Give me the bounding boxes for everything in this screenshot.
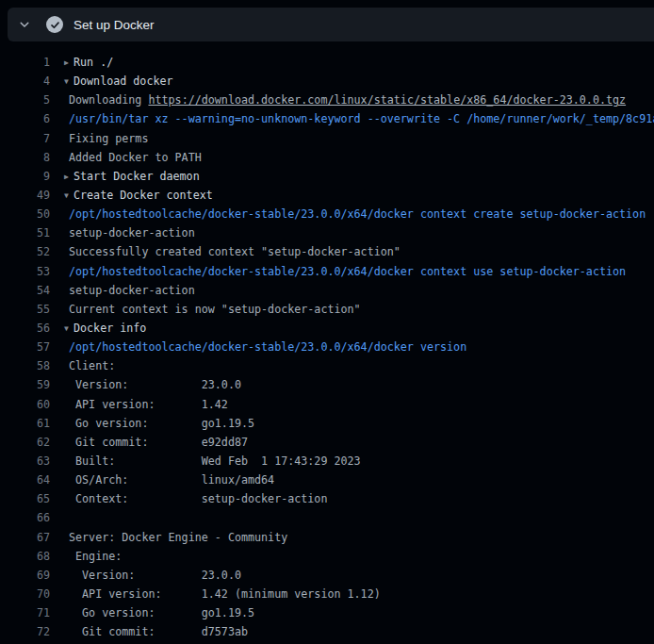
chevron-collapsed-icon[interactable]: ▶ bbox=[64, 168, 74, 186]
line-number[interactable]: 65 bbox=[0, 489, 50, 508]
line-content: Git commit: d7573ab bbox=[69, 622, 248, 641]
line-number[interactable]: 53 bbox=[0, 262, 50, 281]
line-content: Current context is now "setup-docker-act… bbox=[69, 300, 361, 319]
log-row: 53/opt/hostedtoolcache/docker-stable/23.… bbox=[0, 262, 654, 281]
line-number[interactable]: 69 bbox=[0, 566, 50, 585]
line-number[interactable]: 4 bbox=[0, 72, 50, 91]
log-text: Context: setup-docker-action bbox=[69, 492, 327, 505]
log-text: Current context is now "setup-docker-act… bbox=[69, 303, 361, 316]
log-text: Added Docker to PATH bbox=[69, 151, 202, 164]
line-content: Downloading https://download.docker.com/… bbox=[69, 91, 626, 109]
line-number[interactable]: 71 bbox=[0, 603, 50, 622]
log-row: 69 Version: 23.0.0 bbox=[0, 566, 654, 585]
log-row: 64 OS/Arch: linux/amd64 bbox=[0, 471, 654, 489]
group-title: Docker info bbox=[74, 322, 146, 335]
chevron-expanded-icon[interactable]: ▼ bbox=[64, 320, 74, 338]
log-group-row[interactable]: 4▼Download docker bbox=[0, 72, 654, 91]
log-row: 7Fixing perms bbox=[0, 129, 654, 148]
line-number[interactable]: 63 bbox=[0, 452, 50, 471]
chevron-down-icon[interactable] bbox=[17, 17, 32, 32]
line-number[interactable]: 52 bbox=[0, 242, 50, 261]
line-content: ▼Create Docker context bbox=[64, 186, 213, 205]
log-row: 52Successfully created context "setup-do… bbox=[0, 242, 654, 261]
line-content: Fixing perms bbox=[69, 129, 148, 148]
line-number[interactable]: 57 bbox=[0, 338, 50, 356]
log-viewer: 1▶Run ./4▼Download docker5Downloading ht… bbox=[0, 41, 654, 641]
line-content: Built: Wed Feb 1 17:43:29 2023 bbox=[69, 452, 361, 471]
log-text: Server: Docker Engine - Community bbox=[69, 531, 287, 544]
group-title: Download docker bbox=[74, 74, 173, 88]
log-text: Version: 23.0.0 bbox=[69, 569, 241, 582]
command-text: /opt/hostedtoolcache/docker-stable/23.0.… bbox=[69, 265, 626, 278]
step-header[interactable]: Set up Docker bbox=[8, 8, 654, 41]
line-number[interactable]: 54 bbox=[0, 281, 50, 300]
line-number[interactable]: 51 bbox=[0, 223, 50, 242]
line-content: Git commit: e92dd87 bbox=[69, 433, 248, 452]
command-text: /opt/hostedtoolcache/docker-stable/23.0.… bbox=[69, 340, 466, 354]
line-number[interactable]: 61 bbox=[0, 414, 50, 433]
line-number[interactable]: 70 bbox=[0, 585, 50, 603]
chevron-collapsed-icon[interactable]: ▶ bbox=[64, 54, 74, 72]
line-number[interactable]: 49 bbox=[0, 186, 50, 205]
log-row: 50/opt/hostedtoolcache/docker-stable/23.… bbox=[0, 205, 654, 223]
line-content: Server: Docker Engine - Community bbox=[69, 528, 287, 547]
line-content: Context: setup-docker-action bbox=[69, 489, 327, 508]
line-content: OS/Arch: linux/amd64 bbox=[69, 471, 274, 489]
line-number[interactable]: 8 bbox=[0, 148, 50, 167]
log-text: Client: bbox=[69, 359, 115, 372]
line-content: Go version: go1.19.5 bbox=[69, 603, 254, 622]
line-number[interactable]: 55 bbox=[0, 300, 50, 319]
chevron-expanded-icon[interactable]: ▼ bbox=[64, 187, 74, 205]
check-circle-icon bbox=[46, 16, 63, 33]
line-number[interactable]: 68 bbox=[0, 547, 50, 566]
log-row: 62 Git commit: e92dd87 bbox=[0, 433, 654, 452]
command-text: /usr/bin/tar xz --warning=no-unknown-key… bbox=[69, 112, 654, 125]
log-text: Git commit: e92dd87 bbox=[69, 436, 248, 449]
line-content: /opt/hostedtoolcache/docker-stable/23.0.… bbox=[69, 338, 466, 356]
line-content: Engine: bbox=[69, 547, 122, 566]
log-text: Version: 23.0.0 bbox=[69, 378, 241, 391]
line-number[interactable]: 59 bbox=[0, 375, 50, 394]
line-content: ▼Docker info bbox=[64, 319, 146, 338]
line-number[interactable]: 5 bbox=[0, 91, 50, 109]
command-text: /opt/hostedtoolcache/docker-stable/23.0.… bbox=[69, 207, 646, 221]
line-number[interactable]: 64 bbox=[0, 471, 50, 489]
log-text: API version: 1.42 bbox=[69, 398, 228, 411]
log-text: setup-docker-action bbox=[69, 284, 195, 297]
line-number[interactable]: 1 bbox=[0, 53, 50, 72]
line-number[interactable]: 6 bbox=[0, 109, 50, 128]
line-number[interactable]: 62 bbox=[0, 433, 50, 452]
line-number[interactable]: 66 bbox=[0, 508, 50, 527]
log-row: 63 Built: Wed Feb 1 17:43:29 2023 bbox=[0, 452, 654, 471]
log-group-row[interactable]: 1▶Run ./ bbox=[0, 53, 654, 72]
line-content: Version: 23.0.0 bbox=[69, 566, 241, 585]
log-group-row[interactable]: 49▼Create Docker context bbox=[0, 186, 654, 205]
line-number[interactable]: 60 bbox=[0, 395, 50, 414]
line-content: /usr/bin/tar xz --warning=no-unknown-key… bbox=[69, 109, 654, 128]
line-number[interactable]: 67 bbox=[0, 528, 50, 547]
line-number[interactable]: 56 bbox=[0, 319, 50, 338]
log-text: API version: 1.42 (minimum version 1.12) bbox=[69, 587, 381, 601]
log-text: Fixing perms bbox=[69, 132, 148, 145]
log-row: 67Server: Docker Engine - Community bbox=[0, 528, 654, 547]
line-number[interactable]: 72 bbox=[0, 622, 50, 641]
log-text: Downloading bbox=[69, 93, 148, 107]
log-row: 6/usr/bin/tar xz --warning=no-unknown-ke… bbox=[0, 109, 654, 128]
log-link[interactable]: https://download.docker.com/linux/static… bbox=[148, 93, 626, 107]
log-group-row[interactable]: 56▼Docker info bbox=[0, 319, 654, 338]
line-content: setup-docker-action bbox=[69, 223, 195, 242]
line-number[interactable]: 50 bbox=[0, 205, 50, 223]
line-content: setup-docker-action bbox=[69, 281, 195, 300]
chevron-expanded-icon[interactable]: ▼ bbox=[64, 73, 74, 91]
log-row: 55Current context is now "setup-docker-a… bbox=[0, 300, 654, 319]
log-row: 58Client: bbox=[0, 356, 654, 375]
line-content: Go version: go1.19.5 bbox=[69, 414, 254, 433]
log-row: 60 API version: 1.42 bbox=[0, 395, 654, 414]
line-number[interactable]: 7 bbox=[0, 129, 50, 148]
log-row: 66 bbox=[0, 508, 654, 527]
log-group-row[interactable]: 9▶Start Docker daemon bbox=[0, 167, 654, 186]
line-number[interactable]: 58 bbox=[0, 356, 50, 375]
line-content: API version: 1.42 bbox=[69, 395, 228, 414]
line-number[interactable]: 9 bbox=[0, 167, 50, 186]
line-content: Version: 23.0.0 bbox=[69, 375, 241, 394]
